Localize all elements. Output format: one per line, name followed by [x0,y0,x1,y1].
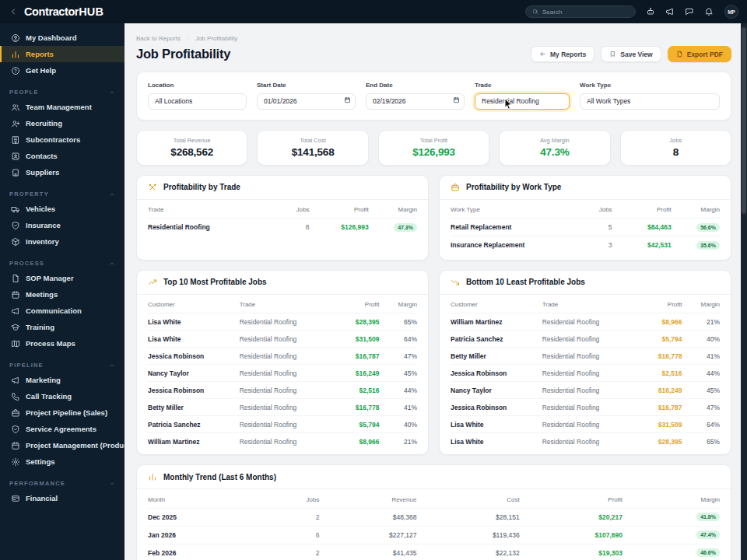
sidebar-item[interactable]: SOP Manager [0,270,124,286]
sidebar-item[interactable]: Project Management (Production) [0,437,124,453]
sidebar: My Dashboard Reports Get Help PEOPLE [0,23,124,560]
table-row: Patricia Sanchez Residential Roofing $5,… [451,331,720,348]
truck-icon [11,205,20,214]
messages-icon[interactable] [685,7,694,16]
table-row: Jan 2026 6 $227,127 $119,436 $107,690 47… [148,526,720,544]
chevron-up-icon [109,362,115,369]
calendar-icon [11,290,20,299]
table-row: Betty Miller Residential Roofing $16,778… [451,348,720,365]
sidebar-item-label: Call Tracking [26,392,72,401]
sidebar-item[interactable]: Financial [0,490,124,506]
table-row: Jessica Robinson Residential Roofing $16… [148,348,417,365]
sidebar-item-label: SOP Manager [26,274,74,282]
sidebar-item[interactable]: Process Maps [0,335,124,352]
users-icon [11,103,20,112]
margin-badge: 35.6% [696,241,720,250]
sidebar-item-label: Communication [26,306,82,315]
card-monthly-trend: Monthly Trend (Last 6 Months) Month Jobs… [136,464,731,560]
card-title: Profitability by Trade [163,183,240,191]
assistant-bot-icon[interactable] [646,7,655,16]
sidebar-item[interactable]: Team Management [0,99,124,115]
user-avatar[interactable]: MP [724,5,738,19]
location-input[interactable] [148,93,247,110]
sidebar-item[interactable]: Training [0,319,124,335]
app-logo[interactable]: ContractorHUB [24,5,103,18]
sidebar-item-label: Training [26,323,54,331]
sidebar-item[interactable]: Project Pipeline (Sales) [0,404,124,421]
sidebar-item[interactable]: Get Help [0,62,124,79]
table-row: Patricia Sanchez Residential Roofing $5,… [148,416,417,433]
sidebar-item[interactable]: Inventory [0,233,124,250]
work-type-input[interactable] [580,93,720,110]
save-view-button[interactable]: Save View [601,46,661,62]
section-header[interactable]: PERFORMANCE [0,480,124,490]
section-header[interactable]: PEOPLE [0,89,124,99]
notifications-bell-icon[interactable] [704,7,714,16]
breadcrumb-back-link[interactable]: Back to Reports [136,35,181,42]
breadcrumb: Back to Reports Job Profitability [136,35,731,42]
my-reports-button[interactable]: My Reports [531,46,594,62]
margin-badge: 47.3% [394,223,417,232]
shield-check-icon [11,425,20,434]
kpi-total-revenue: Total Revenue $268,562 [136,130,247,166]
contacts-icon [11,152,20,161]
trade-input[interactable] [475,93,570,110]
section-header[interactable]: PROCESS [0,260,124,270]
sidebar-item[interactable]: Subcontractors [0,131,124,148]
sidebar-item-label: Settings [26,457,54,466]
sidebar-item[interactable]: Insurance [0,217,124,233]
announcements-icon[interactable] [665,7,675,16]
sidebar-section-people: PEOPLE Team Management Recruiting [0,89,124,180]
export-pdf-button[interactable]: Export PDF [668,46,731,62]
scrollbar-thumb[interactable] [742,27,746,214]
sidebar-item-label: Service Agreements [26,425,96,433]
shield-check-icon [11,221,20,230]
search-icon [532,9,538,15]
sidebar-collapse-icon[interactable] [9,7,18,16]
bookmark-icon [609,51,616,58]
sidebar-item[interactable]: Marketing [0,372,124,388]
search-input[interactable] [542,9,629,16]
sidebar-item[interactable]: Call Tracking [0,388,124,404]
topbar: ContractorHUB MP [0,0,747,23]
section-header[interactable]: PIPELINE [0,362,124,372]
end-date-input[interactable] [366,93,465,110]
sidebar-item[interactable]: Vehicles [0,201,124,217]
start-date-input[interactable] [257,93,356,110]
sidebar-item[interactable]: My Dashboard [0,30,124,46]
sidebar-item[interactable]: Recruiting [0,115,124,131]
kpi-jobs: Jobs 8 [620,130,731,166]
breadcrumb-current: Job Profitability [195,35,237,42]
table-row: Feb 2026 2 $41,435 $22,132 $19,303 46.6% [148,544,720,560]
sidebar-item[interactable]: Reports [0,46,124,62]
filter-start-date: Start Date [257,82,356,110]
file-icon [11,274,20,283]
table-row: Dec 2025 2 $48,368 $28,151 $20,217 41.8% [148,508,720,526]
sidebar-item-label: Team Management [26,103,92,111]
page-scrollbar[interactable] [741,23,747,560]
sidebar-item[interactable]: Communication [0,303,124,319]
card-title: Profitability by Work Type [466,183,561,191]
table-row: Insurance Replacement 3 $42,531 35.6% [451,236,720,254]
sidebar-item[interactable]: Contacts [0,148,124,164]
sidebar-item[interactable]: Settings [0,453,124,470]
user-circle-icon [11,33,20,43]
chevron-up-icon [109,89,115,96]
kpi-total-cost: Total Cost $141,568 [257,130,368,166]
section-header[interactable]: PROPERTY [0,191,124,201]
sidebar-item[interactable]: Suppliers [0,164,124,180]
global-search[interactable] [525,5,636,18]
table-row: Jessica Robinson Residential Roofing $2,… [451,365,720,382]
sidebar-item-label: Get Help [26,66,56,75]
calendar-icon [11,441,20,450]
sidebar-item[interactable]: Service Agreements [0,421,124,437]
briefcase-icon [451,183,460,192]
sidebar-item[interactable]: Meetings [0,286,124,303]
app-window: ContractorHUB MP My Dashboard Reports [0,0,747,560]
kpi-row: Total Revenue $268,562 Total Cost $141,5… [136,130,731,166]
sidebar-item-label: My Dashboard [26,33,76,42]
sidebar-item-label: Vehicles [26,205,55,213]
margin-badge: 47.4% [696,530,720,539]
table-row: William Martinez Residential Roofing $8,… [451,313,720,331]
sidebar-item-label: Meetings [26,290,58,299]
